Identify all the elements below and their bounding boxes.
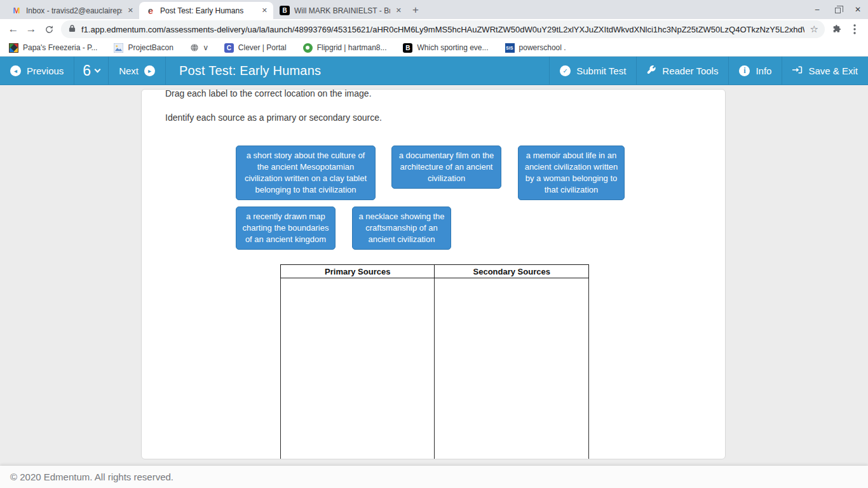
- bookmark-label: Papa's Freezeria - P...: [23, 43, 97, 52]
- next-button[interactable]: Next ▸: [109, 57, 166, 85]
- drag-label-clay-tablet[interactable]: a short story about the culture of the a…: [236, 146, 376, 200]
- page-footer: © 2020 Edmentum. All rights reserved.: [0, 466, 868, 488]
- bookmark-label: powerschool .: [519, 43, 566, 52]
- minimize-button[interactable]: –: [807, 0, 827, 19]
- bookmark-flipgrid[interactable]: Flipgrid | hartman8...: [303, 43, 387, 53]
- reader-tools-button[interactable]: Reader Tools: [636, 57, 728, 85]
- tab-gmail[interactable]: M Inbox - travisd2@eauclaireps.co ✕: [5, 2, 139, 19]
- sis-icon: SIS: [505, 43, 515, 53]
- forward-icon[interactable]: →: [23, 21, 39, 37]
- reload-icon[interactable]: [41, 21, 57, 37]
- tab-title: Inbox - travisd2@eauclaireps.co: [26, 6, 122, 15]
- bookmark-label: Clever | Portal: [238, 43, 287, 52]
- close-tab-icon[interactable]: ✕: [261, 5, 269, 16]
- bookmark-label: v: [204, 43, 208, 52]
- sources-table: Primary Sources Secondary Sources: [280, 264, 589, 459]
- url-text[interactable]: f1.app.edmentum.com/assessments-delivery…: [81, 25, 804, 34]
- drag-label-necklace[interactable]: a necklace showing the craftsmanship of …: [352, 207, 451, 250]
- bookmark-label: Which sporting eve...: [417, 43, 488, 52]
- bookmarks-bar: Papa's Freezeria - P... ProjectBacon v C…: [0, 39, 868, 57]
- sign-out-icon: [792, 65, 803, 76]
- tab-brainly[interactable]: B Will MARK BRAINIELST - Brainly ✕: [273, 2, 407, 19]
- papas-freezeria-icon: [9, 43, 18, 53]
- bookmark-clever[interactable]: C Clever | Portal: [224, 43, 287, 53]
- lock-icon[interactable]: [69, 24, 76, 35]
- chrome-menu-icon[interactable]: [846, 21, 863, 37]
- question-instruction: Drag each label to the correct location …: [142, 89, 725, 100]
- primary-sources-dropzone[interactable]: [281, 278, 435, 460]
- gmail-favicon: M: [11, 6, 22, 16]
- browser-window: M Inbox - travisd2@eauclaireps.co ✕ e Po…: [0, 0, 868, 488]
- previous-label: Previous: [27, 65, 64, 76]
- test-title: Post Test: Early Humans: [166, 57, 321, 85]
- arrow-circle-right-icon: ▸: [144, 65, 155, 76]
- test-nav-bar: ◂ Previous 6 Next ▸ Post Test: Early Hum…: [0, 57, 868, 85]
- edmentum-favicon: e: [146, 6, 156, 16]
- question-number: 6: [83, 62, 91, 79]
- reader-tools-label: Reader Tools: [662, 65, 718, 76]
- test-nav-actions: ✓ Submit Test Reader Tools i Info Save &…: [549, 57, 868, 85]
- projectbacon-icon: [114, 43, 123, 53]
- secondary-sources-header: Secondary Sources: [435, 265, 589, 278]
- close-button[interactable]: ✕: [848, 0, 868, 19]
- restore-button[interactable]: [827, 0, 848, 19]
- check-circle-icon: ✓: [560, 65, 571, 76]
- back-icon[interactable]: ←: [5, 21, 22, 37]
- bookmark-label: Flipgrid | hartman8...: [317, 43, 387, 52]
- info-button[interactable]: i Info: [728, 57, 782, 85]
- browser-toolbar: ← → f1.app.edmentum.com/assessments-deli…: [0, 19, 868, 39]
- tab-title: Post Test: Early Humans: [160, 6, 256, 15]
- new-tab-button[interactable]: +: [407, 2, 424, 18]
- tab-post-test[interactable]: e Post Test: Early Humans ✕: [139, 2, 273, 19]
- wrench-icon: [647, 65, 656, 76]
- arrow-circle-left-icon: ◂: [10, 65, 21, 76]
- address-bar[interactable]: f1.app.edmentum.com/assessments-delivery…: [61, 20, 825, 38]
- close-tab-icon[interactable]: ✕: [126, 5, 135, 16]
- next-label: Next: [119, 65, 139, 76]
- bookmark-star-icon[interactable]: ☆: [810, 24, 818, 35]
- extensions-puzzle-icon[interactable]: [829, 21, 845, 37]
- bookmark-papas-freezeria[interactable]: Papa's Freezeria - P...: [9, 43, 97, 53]
- question-card: Drag each label to the correct location …: [141, 89, 726, 459]
- close-tab-icon[interactable]: ✕: [395, 5, 403, 16]
- tab-title: Will MARK BRAINIELST - Brainly: [294, 6, 390, 15]
- drag-label-map[interactable]: a recently drawn map charting the bounda…: [236, 207, 336, 250]
- question-prompt: Identify each source as a primary or sec…: [142, 112, 725, 124]
- primary-sources-header: Primary Sources: [281, 265, 435, 278]
- bookmark-label: ProjectBacon: [128, 43, 173, 52]
- bookmark-powerschool[interactable]: SIS powerschool .: [505, 43, 566, 53]
- flipgrid-icon: [303, 43, 313, 53]
- copyright-text: © 2020 Edmentum. All rights reserved.: [10, 471, 173, 482]
- brainly-favicon: B: [280, 6, 290, 15]
- drag-label-documentary[interactable]: a documentary film on the architecture o…: [391, 146, 501, 189]
- chevron-down-icon: [95, 66, 101, 72]
- brainly-icon: B: [403, 43, 412, 53]
- drag-label-memoir[interactable]: a memoir about life in an ancient civili…: [518, 146, 625, 200]
- question-number-dropdown[interactable]: 6: [74, 57, 109, 85]
- info-circle-icon: i: [739, 65, 750, 76]
- window-controls: – ✕: [807, 0, 868, 19]
- submit-test-label: Submit Test: [576, 65, 626, 76]
- info-label: Info: [756, 65, 771, 76]
- save-exit-button[interactable]: Save & Exit: [782, 57, 868, 85]
- bookmark-projectbacon[interactable]: ProjectBacon: [114, 43, 173, 53]
- previous-button[interactable]: ◂ Previous: [0, 57, 74, 85]
- table-row: [281, 278, 589, 460]
- globe-icon: [190, 43, 200, 53]
- restore-icon: [835, 8, 841, 13]
- bookmark-which-sporting[interactable]: B Which sporting eve...: [403, 43, 488, 53]
- save-exit-label: Save & Exit: [808, 65, 858, 76]
- secondary-sources-dropzone[interactable]: [435, 278, 589, 460]
- bookmark-v[interactable]: v: [190, 43, 208, 53]
- tab-strip: M Inbox - travisd2@eauclaireps.co ✕ e Po…: [0, 0, 868, 19]
- clever-icon: C: [224, 43, 234, 53]
- submit-test-button[interactable]: ✓ Submit Test: [549, 57, 636, 85]
- content-area: Drag each label to the correct location …: [0, 85, 868, 466]
